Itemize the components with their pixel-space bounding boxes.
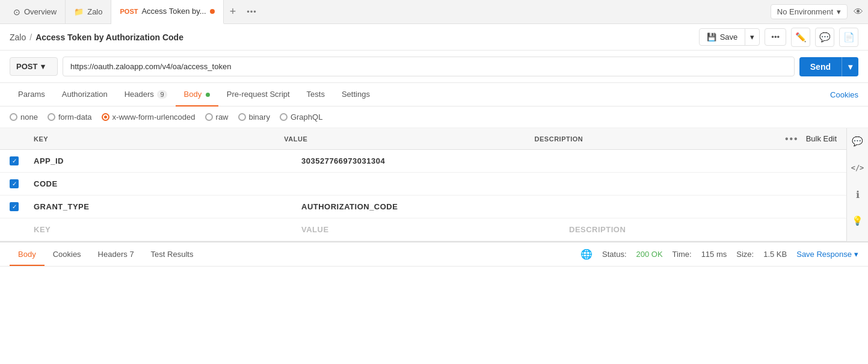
- tab-zalo-label: Zalo: [87, 7, 102, 16]
- edit-button[interactable]: ✏️: [791, 28, 810, 47]
- document-button[interactable]: 📄: [839, 28, 858, 47]
- response-headers-label: Headers: [98, 250, 128, 259]
- tab-params-label: Params: [18, 90, 45, 99]
- sidebar-info-icon[interactable]: ℹ: [849, 186, 866, 203]
- body-type-raw[interactable]: raw: [205, 113, 229, 122]
- bulk-edit-button[interactable]: Bulk Edit: [806, 134, 837, 143]
- tab-tests[interactable]: Tests: [298, 83, 333, 106]
- tab-more-button[interactable]: •••: [242, 7, 262, 16]
- tab-settings[interactable]: Settings: [333, 83, 378, 106]
- radio-none-label: none: [20, 113, 38, 122]
- more-options-button[interactable]: •••: [765, 28, 786, 46]
- tab-bar: ⊙ Overview 📁 Zalo POST Access Token by..…: [0, 0, 868, 24]
- checkbox-row1[interactable]: [10, 156, 19, 165]
- sidebar-lightbulb-icon[interactable]: 💡: [849, 212, 866, 229]
- row1-value[interactable]: 303527766973031304: [301, 156, 569, 165]
- table-more-icon[interactable]: •••: [785, 134, 799, 144]
- pencil-icon: ✏️: [795, 32, 807, 43]
- save-disk-icon: 💾: [707, 32, 716, 42]
- right-sidebar: 💬 </> ℹ 💡: [846, 128, 868, 241]
- breadcrumb-parent[interactable]: Zalo: [10, 32, 26, 42]
- time-label: Time:: [673, 250, 692, 259]
- eye-icon[interactable]: 👁: [854, 7, 863, 17]
- tab-body[interactable]: Body: [176, 83, 218, 106]
- row3-check[interactable]: [10, 202, 34, 211]
- response-tab-headers[interactable]: Headers 7: [90, 244, 143, 266]
- response-tab-test-results[interactable]: Test Results: [143, 244, 202, 266]
- tab-zalo[interactable]: 📁 Zalo: [66, 0, 111, 24]
- sidebar-code-icon[interactable]: </>: [849, 159, 866, 176]
- method-chevron-icon: ▾: [41, 62, 45, 71]
- tab-body-label: Body: [184, 90, 202, 99]
- desc-col-header: DESCRIPTION: [535, 135, 785, 143]
- row2-check[interactable]: [10, 179, 34, 188]
- tab-tests-label: Tests: [307, 90, 325, 99]
- tab-overview[interactable]: ⊙ Overview: [5, 0, 66, 24]
- row2-key[interactable]: code: [34, 179, 301, 188]
- new-tab-button[interactable]: +: [224, 5, 242, 18]
- row1-key[interactable]: app_id: [34, 156, 301, 165]
- breadcrumb: Zalo / Access Token by Authorization Cod…: [10, 32, 699, 42]
- send-button[interactable]: Send ▾: [799, 57, 858, 76]
- body-type-none[interactable]: none: [10, 113, 38, 122]
- response-tab-body[interactable]: Body: [10, 244, 45, 266]
- body-type-graphql[interactable]: GraphQL: [280, 113, 322, 122]
- tab-params[interactable]: Params: [10, 83, 54, 106]
- response-cookies-label: Cookies: [53, 250, 81, 259]
- breadcrumb-sep: /: [29, 32, 32, 42]
- tab-access-token[interactable]: POST Access Token by...: [111, 0, 223, 24]
- environment-selector[interactable]: No Environment ▾: [771, 4, 848, 19]
- tab-prerequest[interactable]: Pre-request Script: [218, 83, 298, 106]
- status-code: 200 OK: [636, 250, 663, 259]
- table-row: app_id 303527766973031304: [0, 150, 846, 173]
- response-body-label: Body: [18, 250, 36, 259]
- table-actions: ••• Bulk Edit: [785, 134, 837, 144]
- size-label: Size:: [736, 250, 754, 259]
- empty-row: Key Value Description: [0, 218, 846, 241]
- row1-check[interactable]: [10, 156, 34, 165]
- radio-raw-label: raw: [216, 113, 229, 122]
- empty-key[interactable]: Key: [34, 225, 301, 234]
- row3-value[interactable]: authorization_code: [301, 202, 569, 211]
- save-label: Save: [720, 32, 738, 42]
- checkbox-row2[interactable]: [10, 179, 19, 188]
- main-area: KEY VALUE DESCRIPTION ••• Bulk Edit app_…: [0, 128, 868, 241]
- tab-headers[interactable]: Headers 9: [116, 83, 176, 106]
- radio-none: [10, 113, 17, 121]
- send-label: Send: [810, 62, 831, 72]
- env-label: No Environment: [777, 7, 833, 16]
- params-table: KEY VALUE DESCRIPTION ••• Bulk Edit app_…: [0, 128, 846, 241]
- comment-button[interactable]: 💬: [815, 28, 834, 47]
- tab-authorization[interactable]: Authorization: [54, 83, 116, 106]
- method-selector[interactable]: POST ▾: [10, 57, 58, 76]
- radio-urlencoded: [102, 113, 109, 121]
- empty-description[interactable]: Description: [569, 225, 837, 234]
- checkbox-row3[interactable]: [10, 202, 19, 211]
- url-input[interactable]: [63, 57, 795, 76]
- save-response-button[interactable]: Save Response ▾: [796, 250, 858, 259]
- send-dropdown-arrow[interactable]: ▾: [842, 57, 858, 76]
- body-type-binary[interactable]: binary: [238, 113, 270, 122]
- cookies-label: Cookies: [830, 90, 858, 99]
- more-tabs-icon: •••: [247, 7, 257, 16]
- cookies-link[interactable]: Cookies: [830, 84, 858, 106]
- save-response-chevron: ▾: [854, 250, 858, 259]
- row3-key[interactable]: grant_type: [34, 202, 301, 211]
- body-type-formdata[interactable]: form-data: [48, 113, 92, 122]
- response-tabs-row: Body Cookies Headers 7 Test Results 🌐 St…: [0, 242, 868, 267]
- body-type-urlencoded[interactable]: x-www-form-urlencoded: [102, 113, 195, 122]
- response-tab-cookies[interactable]: Cookies: [45, 244, 90, 266]
- time-value: 115 ms: [701, 250, 727, 259]
- save-dropdown-arrow[interactable]: ▾: [745, 29, 759, 45]
- sidebar-comment-icon[interactable]: 💬: [849, 133, 866, 150]
- radio-binary: [238, 113, 246, 121]
- empty-value[interactable]: Value: [301, 225, 569, 234]
- radio-formdata-label: form-data: [58, 113, 92, 122]
- save-button[interactable]: 💾 Save ▾: [699, 28, 760, 46]
- radio-graphql-label: GraphQL: [291, 113, 322, 122]
- radio-binary-label: binary: [249, 113, 270, 122]
- key-col-header: KEY: [34, 135, 284, 143]
- send-main[interactable]: Send: [799, 57, 842, 76]
- globe-icon: 🌐: [580, 248, 593, 260]
- save-main[interactable]: 💾 Save: [700, 29, 745, 45]
